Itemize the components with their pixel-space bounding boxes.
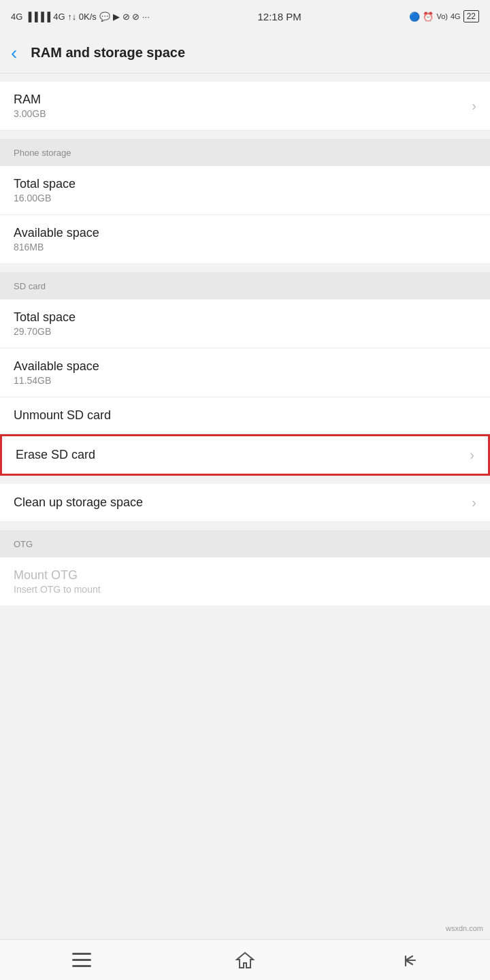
phone-available-subtitle: 816MB [14, 242, 99, 252]
sd-card-divider: SD card [0, 272, 490, 299]
cleanup-item[interactable]: Clean up storage space › [0, 484, 490, 522]
bottom-nav [0, 939, 490, 980]
home-button[interactable] [218, 944, 272, 977]
sd-available-item: Available space 11.54GB [0, 348, 490, 397]
status-time: 12:18 PM [258, 11, 301, 22]
phone-available-title: Available space [14, 226, 99, 240]
menu-button[interactable] [54, 944, 109, 977]
signal-bars: ▐▐▐▐ [25, 12, 50, 22]
phone-available-item: Available space 816MB [0, 215, 490, 264]
back-button[interactable]: ‹ [11, 44, 17, 63]
battery-icon: 22 [463, 10, 479, 22]
erase-sd-title: Erase SD card [16, 448, 95, 462]
phone-storage-divider: Phone storage [0, 139, 490, 166]
mount-otg-title: Mount OTG [14, 568, 101, 583]
mount-otg-subtitle: Insert OTG to mount [14, 584, 101, 595]
sd-total-title: Total space [14, 310, 76, 325]
erase-sd-item[interactable]: Erase SD card › [2, 436, 488, 474]
page-title: RAM and storage space [31, 45, 185, 61]
cleanup-title: Clean up storage space [14, 495, 143, 510]
notification-icons: ⊘ ⊘ ··· [122, 12, 150, 22]
erase-sd-wrapper: Erase SD card › [0, 434, 490, 476]
phone-total-title: Total space [14, 177, 76, 191]
ram-item[interactable]: RAM 3.00GB › [0, 82, 490, 131]
whatsapp-icon: 💬 [99, 12, 110, 22]
svg-rect-1 [72, 959, 91, 961]
unmount-sd-item[interactable]: Unmount SD card [0, 397, 490, 434]
unmount-sd-title: Unmount SD card [14, 408, 111, 423]
signal-icon: 4G [11, 12, 22, 22]
ram-title: RAM [14, 93, 46, 107]
svg-rect-0 [72, 953, 91, 955]
data-speed: 4G ↑↓ 0K/s [53, 12, 97, 22]
content-area: RAM 3.00GB › Phone storage Total space 1… [0, 74, 490, 670]
erase-sd-chevron: › [470, 447, 474, 463]
watermark: wsxdn.com [446, 924, 483, 932]
bluetooth-icon: 🔵 [409, 12, 420, 22]
back-nav-button[interactable] [381, 944, 436, 977]
status-left: 4G ▐▐▐▐ 4G ↑↓ 0K/s 💬 ▶ ⊘ ⊘ ··· [11, 12, 150, 22]
status-bar: 4G ▐▐▐▐ 4G ↑↓ 0K/s 💬 ▶ ⊘ ⊘ ··· 12:18 PM … [0, 0, 490, 33]
sd-available-title: Available space [14, 359, 99, 374]
phone-total-space-item: Total space 16.00GB [0, 166, 490, 215]
sd-total-subtitle: 29.70GB [14, 326, 76, 337]
cleanup-chevron: › [472, 495, 476, 510]
svg-rect-2 [72, 965, 91, 967]
youtube-icon: ▶ [113, 12, 120, 22]
otg-divider: OTG [0, 530, 490, 557]
ram-chevron: › [472, 98, 476, 114]
sd-available-subtitle: 11.54GB [14, 375, 99, 386]
mount-otg-item: Mount OTG Insert OTG to mount [0, 557, 490, 606]
volte-icon: Vo) [436, 12, 448, 20]
ram-subtitle: 3.00GB [14, 108, 46, 119]
phone-total-subtitle: 16.00GB [14, 193, 76, 203]
status-right: 🔵 ⏰ Vo) 4G 22 [409, 10, 479, 22]
sd-total-item: Total space 29.70GB [0, 299, 490, 348]
alarm-icon: ⏰ [423, 12, 434, 22]
toolbar: ‹ RAM and storage space [0, 33, 490, 74]
lte-icon: 4G [451, 12, 461, 20]
